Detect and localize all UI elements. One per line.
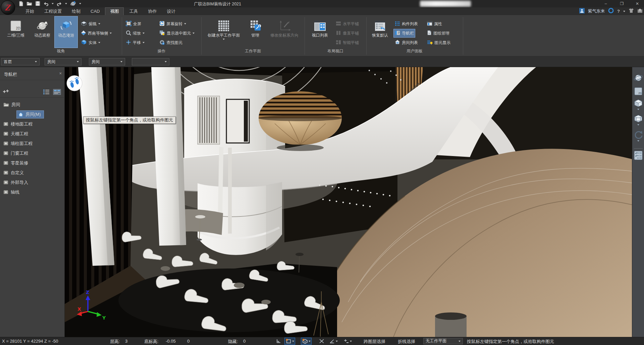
button-show-selected[interactable]: 显示选中图元: [158, 29, 196, 37]
tree-item-external-import[interactable]: 外部导入: [0, 178, 65, 187]
folder-plus-icon: [3, 141, 8, 146]
redo-icon[interactable]: [57, 1, 62, 6]
theme-icon[interactable]: [629, 8, 634, 14]
tab-collaborate[interactable]: 协作: [143, 7, 161, 15]
angle-snap-toggle[interactable]: [328, 338, 339, 345]
upload-icon[interactable]: [637, 8, 643, 14]
tab-start[interactable]: 开始: [21, 7, 39, 15]
show-selected-icon: [159, 30, 165, 37]
button-restore-default[interactable]: 恢复默认: [369, 16, 391, 48]
tree-item-floor-works[interactable]: 楼地面工程: [0, 119, 65, 129]
username[interactable]: 紫气东来: [588, 8, 605, 14]
button-room-list[interactable]: 房间列表: [394, 39, 419, 47]
button-smart-tile[interactable]: 智能平铺: [335, 39, 360, 47]
point-snap-toggle[interactable]: [342, 338, 353, 345]
user-avatar-icon[interactable]: [579, 8, 585, 15]
nav-panel-close-icon[interactable]: ×: [59, 71, 62, 76]
button-navbar[interactable]: 导航栏: [394, 29, 415, 37]
rt-2d-view-button[interactable]: 2D: [634, 87, 643, 96]
nav-detail-view-icon[interactable]: [53, 88, 61, 96]
maximize-button[interactable]: ❐: [617, 1, 627, 7]
close-button[interactable]: ✕: [633, 1, 642, 7]
rt-rotate-view-button[interactable]: [634, 130, 643, 142]
category-select-2[interactable]: 房间: [89, 58, 125, 65]
open-file-icon[interactable]: [26, 1, 32, 6]
tree-item-misc-decoration[interactable]: 零星装修: [0, 158, 65, 168]
save-icon[interactable]: [35, 1, 40, 6]
base-elevation-extra: 0: [187, 339, 190, 344]
tree-item-axis-lines[interactable]: 轴线: [0, 187, 65, 197]
tab-draw[interactable]: 绘制: [67, 7, 85, 15]
button-properties[interactable]: 属性: [426, 20, 443, 28]
undo-icon[interactable]: [43, 1, 49, 6]
solid-select-toggle[interactable]: [301, 338, 312, 345]
tree-item-room-selected[interactable]: 房间(M): [0, 109, 65, 119]
folder-plus-icon: [3, 170, 8, 175]
tab-cad[interactable]: CAD: [86, 7, 104, 15]
tab-design[interactable]: 设计: [162, 7, 180, 15]
cancel-select-icon[interactable]: [317, 338, 326, 345]
component-list-icon: [395, 21, 400, 27]
button-drawing-mgmt[interactable]: 图纸管理: [426, 29, 450, 37]
rt-view-cube-button[interactable]: [634, 99, 643, 110]
tab-view[interactable]: 视图: [105, 7, 124, 15]
tab-project-settings[interactable]: 工程设置: [40, 7, 66, 15]
category-select-3[interactable]: [132, 58, 169, 65]
group-label-ops: 操作: [122, 48, 201, 55]
tree-item-ceiling-works[interactable]: 天棚工程: [0, 129, 65, 139]
button-screen-rotate[interactable]: 屏幕旋转: [158, 20, 187, 28]
quick-access-menu-caret[interactable]: [79, 3, 81, 4]
button-zoom[interactable]: 缩放: [125, 29, 146, 37]
3d-viewport[interactable]: Z X Y 按鼠标左键指定第一个角点，或拾取构件图元: [65, 67, 632, 337]
button-element-display[interactable]: 图元显示: [426, 39, 451, 47]
fullscreen-icon: [126, 21, 131, 27]
drawing-mgmt-icon: [427, 30, 432, 36]
help-icon[interactable]: ?: [617, 9, 620, 14]
button-solid-style[interactable]: 实体: [80, 39, 101, 47]
floor-select[interactable]: 首层: [1, 58, 40, 65]
button-workplane-manage[interactable]: 管理: [246, 16, 264, 48]
button-walk[interactable]: 动态漫游: [55, 16, 77, 48]
new-file-icon[interactable]: [19, 1, 23, 6]
undo-dropdown-caret[interactable]: [52, 3, 54, 4]
button-component-list[interactable]: 构件列表: [394, 20, 419, 28]
button-pan[interactable]: 平移: [125, 39, 146, 47]
app-logo-icon[interactable]: Z: [1, 0, 15, 15]
help-dropdown-caret[interactable]: [623, 11, 625, 12]
redo-dropdown-caret[interactable]: [65, 3, 67, 4]
rt-view-list-button[interactable]: [634, 150, 643, 160]
button-v-tile[interactable]: 垂直平铺: [335, 29, 360, 37]
button-modify-cs[interactable]: 修改坐标系方向: [266, 16, 303, 48]
modify-cs-icon: [278, 19, 291, 33]
cross-layer-select-button[interactable]: 跨图层选择: [364, 339, 385, 345]
button-top-view[interactable]: 俯视: [80, 20, 101, 28]
workplane-select[interactable]: 无工作平面: [423, 338, 463, 344]
nav-list-view-icon[interactable]: [43, 88, 50, 96]
category-select-1[interactable]: 房间: [45, 58, 82, 65]
polyline-select-button[interactable]: 折线选择: [398, 339, 415, 345]
rt-orbit-button[interactable]: [634, 73, 643, 83]
sync-status-icon[interactable]: [608, 8, 614, 15]
minimize-button[interactable]: –: [601, 1, 610, 7]
axis-y-label: Y: [102, 315, 106, 321]
button-create-workplane[interactable]: 创建水平工作平面: [203, 16, 244, 48]
smart-tile-icon: [336, 40, 341, 46]
sync-sphere-icon[interactable]: [70, 1, 76, 6]
nav-add-button[interactable]: [3, 88, 9, 96]
ortho-toggle[interactable]: [274, 338, 283, 345]
tab-tools[interactable]: 工具: [124, 7, 143, 15]
button-h-tile[interactable]: 水平平铺: [335, 20, 360, 28]
tree-item-door-window-works[interactable]: 门窗工程: [0, 148, 65, 158]
button-2d3d[interactable]: 2D 二维/三维: [3, 16, 29, 48]
folder-open-icon: [3, 102, 9, 107]
button-orbit[interactable]: 动态观察: [31, 16, 54, 48]
button-find-element[interactable]: 查找图元: [158, 39, 183, 47]
tree-item-custom[interactable]: 自定义: [0, 168, 65, 178]
tree-item-wall-column-works[interactable]: 墙柱面工程: [0, 139, 65, 148]
rt-previous-view-button[interactable]: [634, 114, 643, 126]
tree-item-rooms-root[interactable]: 房间: [0, 100, 65, 109]
button-fullscreen[interactable]: 全屏: [125, 20, 142, 28]
button-sw-isometric[interactable]: 西南等轴侧: [80, 29, 113, 37]
rect-select-toggle[interactable]: [284, 338, 295, 345]
button-viewport-list[interactable]: 视口列表: [307, 16, 333, 48]
